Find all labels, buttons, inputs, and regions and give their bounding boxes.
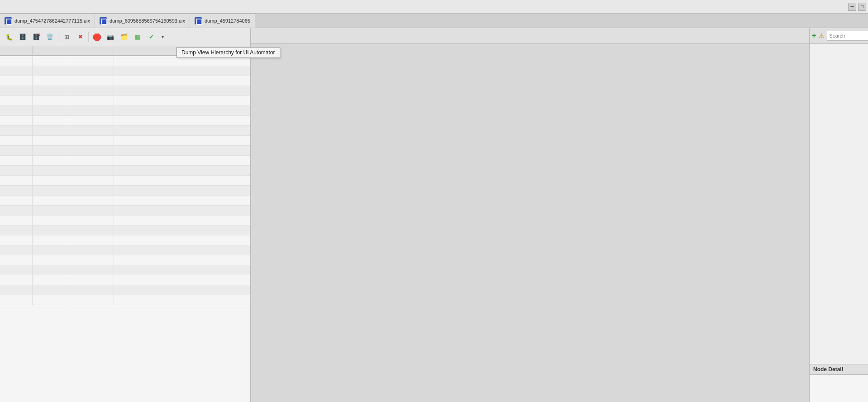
cell — [114, 215, 250, 225]
add-node-button[interactable]: + — [811, 30, 816, 41]
node-detail-header: Node Detail — [810, 364, 868, 375]
table-row — [0, 285, 250, 295]
search-input[interactable] — [827, 31, 868, 41]
camera-button[interactable]: 📷 — [104, 31, 117, 43]
toolbar-dropdown[interactable]: ▾ — [158, 31, 167, 43]
cell — [65, 76, 114, 86]
cell — [114, 206, 250, 215]
cell — [65, 206, 114, 215]
stop-icon: 🛑 — [93, 33, 101, 41]
cell — [33, 156, 65, 165]
cell — [114, 275, 250, 285]
cell — [114, 116, 250, 125]
cell — [114, 265, 250, 275]
collapse-button[interactable]: ✖ — [74, 31, 86, 43]
layers-button[interactable]: 🗂️ — [118, 31, 130, 43]
cell — [65, 126, 114, 135]
right-toolbar: + ⚠ — [810, 28, 868, 44]
tree-area[interactable] — [0, 56, 250, 402]
cell — [33, 66, 65, 76]
toolbar: 🐛 🗄️ 🗄️✕ 🗑️ ⊞ ✖ — [0, 28, 250, 46]
cell — [33, 106, 65, 115]
bug-icon: 🐛 — [5, 34, 13, 41]
cell — [33, 116, 65, 125]
cell — [65, 275, 114, 285]
database-button[interactable]: 🗄️ — [16, 31, 29, 43]
cell — [33, 275, 65, 285]
check-button[interactable]: ✔ — [145, 31, 157, 43]
col-header-2 — [33, 46, 65, 55]
table-row — [0, 96, 250, 106]
trash-button[interactable]: 🗑️ — [43, 31, 56, 43]
tab-2[interactable]: dump_6095658569754160593.uix — [95, 14, 190, 28]
cell — [65, 96, 114, 105]
cell — [33, 76, 65, 86]
right-panel: + ⚠ Node Detail — [809, 28, 868, 402]
sep-2 — [88, 32, 89, 42]
cell — [0, 96, 33, 105]
minimize-button[interactable]: ─ — [848, 3, 856, 11]
cell — [65, 116, 114, 125]
cell — [65, 215, 114, 225]
warning-icon: ⚠ — [819, 32, 825, 39]
table-row — [0, 265, 250, 275]
check-icon: ✔ — [149, 34, 154, 40]
cell — [33, 96, 65, 105]
cell — [0, 265, 33, 275]
cell — [33, 215, 65, 225]
cell — [114, 225, 250, 235]
tab-1-icon — [5, 17, 12, 24]
cell — [114, 186, 250, 195]
stop-button[interactable]: 🛑 — [91, 31, 103, 43]
warning-button[interactable]: ⚠ — [818, 30, 825, 41]
cell — [0, 235, 33, 245]
cell — [0, 255, 33, 265]
filter-icon: ▦ — [135, 34, 140, 40]
table-row — [0, 106, 250, 116]
cell — [33, 136, 65, 145]
cell — [33, 186, 65, 195]
filter-button[interactable]: ▦ — [131, 31, 144, 43]
cell — [65, 146, 114, 155]
cell — [0, 225, 33, 235]
cell — [0, 56, 33, 66]
dropdown-arrow-icon: ▾ — [162, 34, 164, 39]
tab-3[interactable]: dump_45912784065 — [190, 14, 255, 28]
delete-db-button[interactable]: 🗄️✕ — [30, 31, 43, 43]
node-detail-section: Node Detail — [810, 364, 868, 402]
cell — [65, 245, 114, 255]
cell — [33, 196, 65, 205]
table-row — [0, 166, 250, 176]
cell — [33, 86, 65, 96]
cell — [33, 285, 65, 295]
cell — [114, 176, 250, 185]
cell — [114, 245, 250, 255]
maximize-button[interactable]: □ — [858, 3, 866, 11]
col-header-3 — [65, 46, 114, 55]
left-panel: 🐛 🗄️ 🗄️✕ 🗑️ ⊞ ✖ — [0, 28, 251, 402]
cell — [0, 116, 33, 125]
col-header-1 — [0, 46, 33, 55]
title-bar-controls: ─ □ — [848, 3, 866, 11]
bug-button[interactable]: 🐛 — [3, 31, 15, 43]
cell — [33, 146, 65, 155]
right-tree-area[interactable] — [810, 44, 868, 364]
cell — [114, 285, 250, 295]
node-detail-label: Node Detail — [813, 366, 843, 373]
title-bar: ─ □ — [0, 0, 868, 14]
cell — [0, 166, 33, 175]
tab-2-label: dump_6095658569754160593.uix — [110, 18, 185, 24]
content-area: 🐛 🗄️ 🗄️✕ 🗑️ ⊞ ✖ — [0, 28, 868, 402]
cell — [114, 126, 250, 135]
table-row — [0, 66, 250, 76]
cell — [0, 215, 33, 225]
cell — [0, 245, 33, 255]
table-row — [0, 186, 250, 196]
tab-1[interactable]: dump_4754727862442777115.uix — [0, 14, 95, 28]
expand-button[interactable]: ⊞ — [60, 31, 73, 43]
table-row — [0, 86, 250, 96]
collapse-icon: ✖ — [78, 34, 82, 40]
tooltip-text: Dump View Hierarchy for UI Automator — [181, 49, 275, 56]
table-row — [0, 116, 250, 126]
tab-2-icon — [100, 17, 107, 24]
